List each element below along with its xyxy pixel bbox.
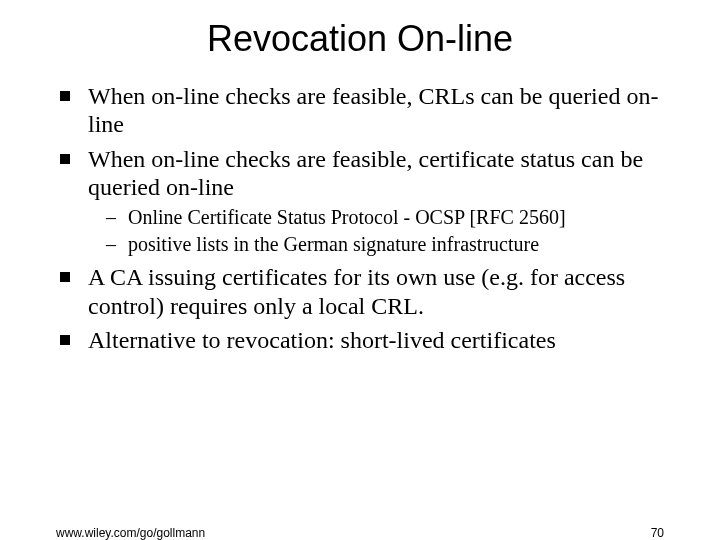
bullet-item: Alternative to revocation: short-lived c… (56, 326, 664, 354)
sub-bullet-text: positive lists in the German signature i… (128, 233, 539, 255)
sub-bullet-text: Online Certificate Status Protocol - OCS… (128, 206, 566, 228)
square-bullet-icon (60, 154, 70, 164)
bullet-item: When on-line checks are feasible, certif… (56, 145, 664, 258)
slide-footer: www.wiley.com/go/gollmann 70 (56, 526, 664, 540)
bullet-item: A CA issuing certificates for its own us… (56, 263, 664, 320)
slide-title: Revocation On-line (0, 18, 720, 60)
bullet-text: A CA issuing certificates for its own us… (88, 264, 625, 318)
bullet-item: When on-line checks are feasible, CRLs c… (56, 82, 664, 139)
footer-url: www.wiley.com/go/gollmann (56, 526, 205, 540)
dash-bullet-icon: – (106, 205, 116, 230)
bullet-text: When on-line checks are feasible, CRLs c… (88, 83, 658, 137)
bullet-text: Alternative to revocation: short-lived c… (88, 327, 556, 353)
page-number: 70 (651, 526, 664, 540)
square-bullet-icon (60, 91, 70, 101)
square-bullet-icon (60, 335, 70, 345)
bullet-text: When on-line checks are feasible, certif… (88, 146, 643, 200)
sub-bullet-item: – positive lists in the German signature… (106, 232, 664, 257)
slide: Revocation On-line When on-line checks a… (0, 18, 720, 540)
sub-bullet-item: – Online Certificate Status Protocol - O… (106, 205, 664, 230)
slide-body: When on-line checks are feasible, CRLs c… (0, 82, 720, 354)
sub-bullet-list: – Online Certificate Status Protocol - O… (88, 205, 664, 257)
bullet-list: When on-line checks are feasible, CRLs c… (56, 82, 664, 354)
square-bullet-icon (60, 272, 70, 282)
dash-bullet-icon: – (106, 232, 116, 257)
